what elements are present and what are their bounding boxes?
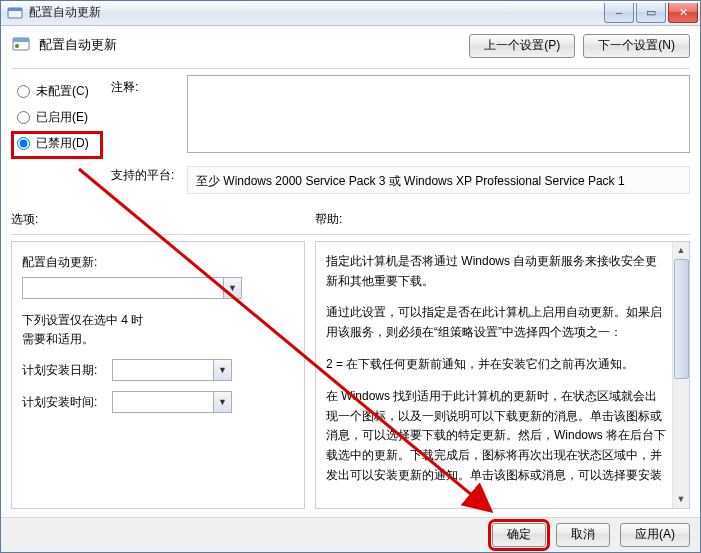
platform-label: 支持的平台: <box>111 167 187 197</box>
radio-not-configured-label: 未配置(C) <box>36 83 89 100</box>
chevron-down-icon: ▼ <box>223 278 241 298</box>
auto-update-dropdown[interactable]: ▼ <box>22 277 242 299</box>
policy-icon <box>11 34 31 54</box>
radio-not-configured[interactable]: 未配置(C) <box>17 79 111 105</box>
options-heading: 选项: <box>11 211 315 228</box>
radio-column: 未配置(C) 已启用(E) 已禁用(D) <box>11 75 111 197</box>
scroll-up-icon[interactable]: ▲ <box>674 242 689 259</box>
install-day-dropdown[interactable]: ▼ <box>112 359 232 381</box>
svg-rect-1 <box>8 8 22 11</box>
svg-rect-3 <box>13 38 29 42</box>
help-paragraph: 通过此设置，可以指定是否在此计算机上启用自动更新。如果启用该服务，则必须在“组策… <box>326 303 667 343</box>
content-area: 配置自动更新 上一个设置(P) 下一个设置(N) 未配置(C) 已启用(E) <box>1 26 700 517</box>
install-day-row: 计划安装日期: ▼ <box>22 359 294 381</box>
divider <box>11 68 690 69</box>
svg-point-4 <box>15 44 19 48</box>
help-scrollbar[interactable]: ▲ ▼ <box>672 242 689 508</box>
help-paragraph: 2 = 在下载任何更新前通知，并在安装它们之前再次通知。 <box>326 355 667 375</box>
options-note-line1: 下列设置仅在选中 4 时 <box>22 311 294 330</box>
install-time-label: 计划安装时间: <box>22 394 112 411</box>
header-row: 配置自动更新 上一个设置(P) 下一个设置(N) <box>11 32 690 66</box>
help-paragraph: 在 Windows 找到适用于此计算机的更新时，在状态区域就会出现一个图标，以及… <box>326 387 667 486</box>
radio-not-configured-input[interactable] <box>17 85 30 98</box>
install-time-row: 计划安装时间: ▼ <box>22 391 294 413</box>
apply-button[interactable]: 应用(A) <box>620 523 690 547</box>
minimize-button[interactable]: – <box>604 3 634 23</box>
app-icon <box>7 5 23 21</box>
help-panel: 指定此计算机是否将通过 Windows 自动更新服务来接收安全更新和其他重要下载… <box>315 241 690 509</box>
comment-textarea[interactable] <box>187 75 690 153</box>
close-button[interactable]: ✕ <box>668 3 698 23</box>
chevron-down-icon: ▼ <box>213 392 231 412</box>
footer: 确定 取消 应用(A) <box>1 517 700 552</box>
radio-enabled-label: 已启用(E) <box>36 109 88 126</box>
options-note: 下列设置仅在选中 4 时 需要和适用。 <box>22 311 294 349</box>
scroll-down-icon[interactable]: ▼ <box>674 491 689 508</box>
radio-enabled-input[interactable] <box>17 111 30 124</box>
help-paragraph: 指定此计算机是否将通过 Windows 自动更新服务来接收安全更新和其他重要下载… <box>326 252 667 292</box>
prev-setting-button[interactable]: 上一个设置(P) <box>469 34 575 58</box>
dialog-window: 配置自动更新 – ▭ ✕ 配置自动更新 上一个设置(P) 下一个设置(N) <box>0 0 701 553</box>
chevron-down-icon: ▼ <box>213 360 231 380</box>
auto-update-label: 配置自动更新: <box>22 254 294 271</box>
section-labels: 选项: 帮助: <box>11 211 690 232</box>
nav-buttons: 上一个设置(P) 下一个设置(N) <box>469 34 690 58</box>
radio-enabled[interactable]: 已启用(E) <box>17 105 111 131</box>
window-title: 配置自动更新 <box>29 4 604 21</box>
mid-label-column: 注释: 支持的平台: <box>111 75 187 197</box>
radio-disabled-input[interactable] <box>17 137 30 150</box>
titlebar: 配置自动更新 – ▭ ✕ <box>1 1 700 26</box>
ok-button[interactable]: 确定 <box>492 523 546 547</box>
radio-disabled-label: 已禁用(D) <box>36 135 89 152</box>
scroll-thumb[interactable] <box>674 259 689 379</box>
comment-label: 注释: <box>111 79 187 109</box>
right-column: 至少 Windows 2000 Service Pack 3 或 Windows… <box>187 75 690 197</box>
config-row: 未配置(C) 已启用(E) 已禁用(D) 注释: 支持的平台: <box>11 75 690 197</box>
divider-2 <box>11 234 690 235</box>
next-setting-button[interactable]: 下一个设置(N) <box>583 34 690 58</box>
maximize-button[interactable]: ▭ <box>636 3 666 23</box>
window-buttons: – ▭ ✕ <box>604 3 698 23</box>
install-time-dropdown[interactable]: ▼ <box>112 391 232 413</box>
options-note-line2: 需要和适用。 <box>22 330 294 349</box>
cancel-button[interactable]: 取消 <box>556 523 610 547</box>
help-heading: 帮助: <box>315 211 690 228</box>
install-day-label: 计划安装日期: <box>22 362 112 379</box>
page-title: 配置自动更新 <box>39 34 117 54</box>
platform-value: 至少 Windows 2000 Service Pack 3 或 Windows… <box>187 166 690 194</box>
options-panel: 配置自动更新: ▼ 下列设置仅在选中 4 时 需要和适用。 计划安装日期: ▼ <box>11 241 305 509</box>
lower-row: 配置自动更新: ▼ 下列设置仅在选中 4 时 需要和适用。 计划安装日期: ▼ <box>11 241 690 509</box>
radio-disabled[interactable]: 已禁用(D) <box>17 131 111 157</box>
